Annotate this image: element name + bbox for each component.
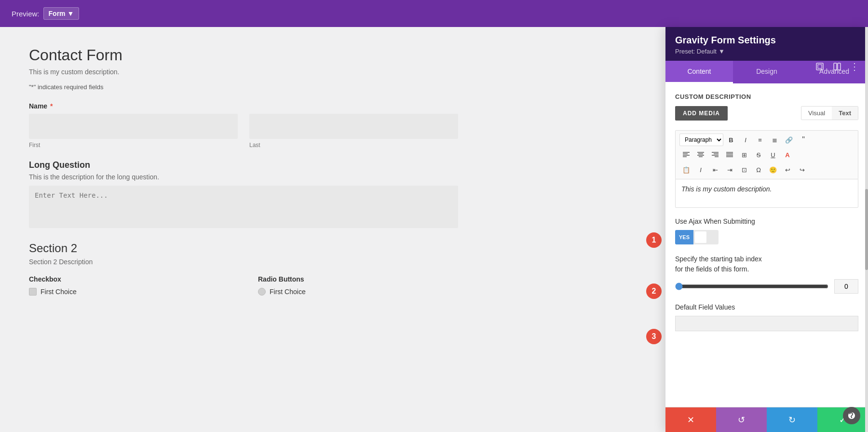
last-name-field: Last bbox=[249, 114, 458, 148]
panel-preset[interactable]: Preset: Default ▼ bbox=[675, 48, 858, 55]
first-name-input[interactable] bbox=[29, 114, 238, 139]
reset-button[interactable]: ↺ bbox=[716, 407, 767, 432]
long-question-desc: This is the description for the long que… bbox=[29, 173, 458, 181]
last-sublabel: Last bbox=[249, 142, 458, 148]
first-name-field: First bbox=[29, 114, 238, 148]
long-question-title: Long Question bbox=[29, 160, 458, 170]
form-title: Contact Form bbox=[29, 46, 458, 64]
form-name: Form bbox=[49, 10, 66, 17]
form-content: Contact Form This is my custom descripti… bbox=[0, 27, 487, 319]
required-star-icon: * bbox=[50, 102, 53, 110]
tab-design[interactable]: Design bbox=[733, 61, 800, 83]
editor-tabs: Visual Text bbox=[801, 106, 858, 120]
ajax-setting: Use Ajax When Submitting YES bbox=[675, 217, 858, 244]
checkbox-choice-1: First Choice bbox=[29, 288, 229, 296]
svg-rect-3 bbox=[838, 63, 841, 70]
toolbar-btn-strikethrough[interactable]: S bbox=[752, 148, 765, 161]
tab-index-section: Specify the starting tab indexfor the fi… bbox=[675, 254, 858, 294]
preset-arrow-icon: ▼ bbox=[719, 48, 725, 55]
add-media-button[interactable]: ADD MEDIA bbox=[675, 106, 728, 121]
toggle-handle bbox=[695, 231, 706, 243]
long-question-input[interactable] bbox=[29, 186, 458, 228]
checkbox-group: Checkbox First Choice bbox=[29, 275, 229, 299]
toolbar-btn-align-right[interactable] bbox=[708, 148, 722, 161]
more-options-icon[interactable]: ⋮ bbox=[848, 60, 861, 73]
refresh-button[interactable]: ↻ bbox=[767, 407, 817, 432]
toolbar-btn-indent-in[interactable]: ⇥ bbox=[723, 163, 736, 176]
radio-group: Radio Buttons First Choice bbox=[258, 275, 458, 299]
required-notice: "*" indicates required fields bbox=[29, 83, 458, 91]
preview-area: Preview: Form ▼ Contact Form This is my … bbox=[0, 0, 868, 432]
checkbox-radio-row: Checkbox First Choice Radio Buttons Firs… bbox=[29, 275, 458, 299]
form-dropdown[interactable]: Form ▼ bbox=[43, 7, 80, 20]
step-badge-3: 3 bbox=[646, 329, 662, 344]
first-sublabel: First bbox=[29, 142, 238, 148]
radio-choice-1: First Choice bbox=[258, 288, 458, 296]
toolbar-btn-quote[interactable]: " bbox=[797, 134, 810, 146]
svg-rect-2 bbox=[834, 63, 837, 70]
editor-text: This is my custom description. bbox=[681, 185, 772, 193]
editor-tab-text[interactable]: Text bbox=[832, 107, 858, 120]
toolbar-btn-bold[interactable]: B bbox=[724, 134, 738, 146]
default-field-section: Default Field Values bbox=[675, 303, 858, 331]
section2-title: Section 2 bbox=[29, 242, 458, 255]
toolbar-btn-special-char[interactable]: Ω bbox=[752, 163, 765, 176]
toolbar-btn-indent-out[interactable]: ⇤ bbox=[708, 163, 722, 176]
tab-index-control bbox=[675, 279, 858, 294]
cancel-button[interactable]: ✕ bbox=[665, 407, 716, 432]
radio-input-1[interactable] bbox=[258, 288, 266, 296]
toolbar-btn-underline[interactable]: U bbox=[766, 148, 780, 161]
radio-label: Radio Buttons bbox=[258, 275, 458, 283]
toolbar-btn-table[interactable]: ⊞ bbox=[737, 148, 751, 161]
tab-index-label: Specify the starting tab indexfor the fi… bbox=[675, 254, 858, 274]
dropdown-arrow-icon: ▼ bbox=[68, 10, 74, 17]
ajax-toggle[interactable]: YES bbox=[675, 230, 719, 244]
editor-body[interactable]: This is my custom description. bbox=[675, 179, 858, 208]
toolbar-btn-paste[interactable]: 📋 bbox=[679, 163, 693, 176]
columns-icon[interactable] bbox=[830, 60, 844, 73]
toolbar-btn-justify[interactable] bbox=[723, 148, 736, 161]
toolbar-btn-ul[interactable]: ≡ bbox=[753, 134, 767, 146]
editor-tab-visual[interactable]: Visual bbox=[801, 107, 832, 120]
editor-toolbar: Paragraph B I ≡ ≣ 🔗 " bbox=[675, 130, 858, 179]
panel-header: Gravity Form Settings Preset: Default ▼ bbox=[665, 27, 868, 61]
toolbar-btn-redo[interactable]: ↪ bbox=[795, 163, 809, 176]
paragraph-select[interactable]: Paragraph bbox=[679, 134, 723, 146]
name-field-label: Name * bbox=[29, 102, 458, 110]
toolbar-btn-emoji[interactable]: 🙂 bbox=[766, 163, 780, 176]
resize-icon[interactable] bbox=[813, 60, 827, 73]
checkbox-input-1[interactable] bbox=[29, 288, 37, 296]
svg-rect-1 bbox=[818, 65, 822, 68]
tab-content[interactable]: Content bbox=[665, 61, 733, 83]
section2-desc: Section 2 Description bbox=[29, 258, 458, 266]
scroll-indicator bbox=[865, 27, 868, 432]
toolbar-btn-ol[interactable]: ≣ bbox=[768, 134, 781, 146]
checkbox-label: Checkbox bbox=[29, 275, 229, 283]
preview-bar: Preview: Form ▼ bbox=[0, 0, 868, 27]
preview-label: Preview: bbox=[12, 10, 40, 18]
toolbar-btn-align-center[interactable] bbox=[694, 148, 707, 161]
custom-description-label: Custom Description bbox=[675, 93, 858, 100]
help-button[interactable] bbox=[843, 407, 860, 424]
radio-choice-label-1: First Choice bbox=[270, 288, 306, 296]
toolbar-btn-color[interactable]: A bbox=[781, 148, 794, 161]
default-field-input[interactable] bbox=[675, 316, 858, 331]
default-field-label: Default Field Values bbox=[675, 303, 858, 311]
panel-title: Gravity Form Settings bbox=[675, 35, 858, 46]
svg-rect-0 bbox=[816, 63, 823, 70]
toolbar-btn-fullscreen[interactable]: ⊡ bbox=[737, 163, 751, 176]
confirm-button[interactable]: ✓ bbox=[817, 407, 868, 432]
toolbar-btn-link[interactable]: 🔗 bbox=[782, 134, 796, 146]
tab-index-value[interactable] bbox=[834, 279, 858, 294]
last-name-input[interactable] bbox=[249, 114, 458, 139]
toolbar-btn-undo[interactable]: ↩ bbox=[781, 163, 794, 176]
scroll-thumb bbox=[865, 189, 868, 270]
tab-index-slider[interactable] bbox=[675, 283, 828, 290]
name-fields: First Last bbox=[29, 114, 458, 148]
form-description: This is my custom description. bbox=[29, 68, 458, 76]
step-badge-1: 1 bbox=[646, 232, 662, 248]
ajax-label: Use Ajax When Submitting bbox=[675, 217, 858, 225]
toolbar-btn-italic[interactable]: I bbox=[739, 134, 752, 146]
toolbar-btn-align-left[interactable] bbox=[679, 148, 693, 161]
toolbar-btn-italic2[interactable]: I bbox=[694, 163, 707, 176]
